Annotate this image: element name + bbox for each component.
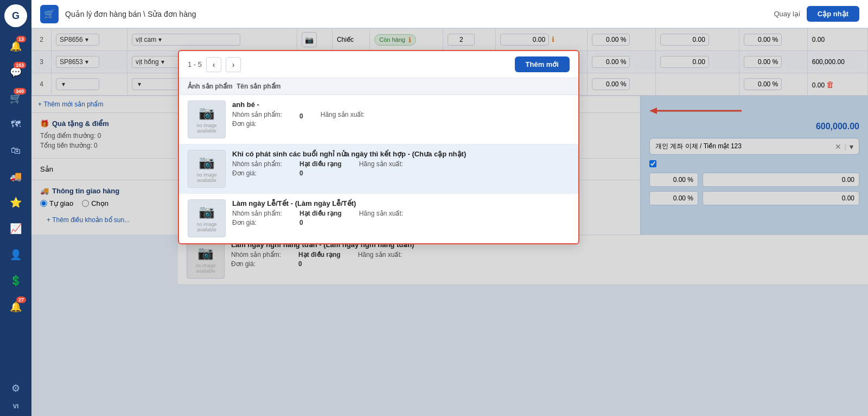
sidebar-item-messages[interactable]: 💬 163	[4, 61, 27, 84]
popup-add-button[interactable]: Thêm mới	[515, 56, 570, 72]
bell2-badge: 27	[16, 297, 26, 303]
notifications-badge: 13	[16, 36, 26, 42]
sidebar-item-dollar[interactable]: 💲	[4, 269, 27, 292]
popup-product-row[interactable]: 📷 no imageavailable Làm ngày Lễ/Tết - (L…	[179, 194, 578, 243]
product-info: Làm ngày Lễ/Tết - (Làm ngày Lễ/Tết) Nhóm…	[232, 199, 570, 226]
popup-pagination: 1 - 5 ‹ ›	[188, 57, 241, 72]
main-area: 🛒 Quản lý đơn hàng bán \ Sửa đơn hàng Qu…	[31, 0, 868, 416]
breadcrumb: Quản lý đơn hàng bán \ Sửa đơn hàng	[65, 10, 767, 18]
sidebar-item-delivery[interactable]: 🚚	[4, 165, 27, 188]
header: 🛒 Quản lý đơn hàng bán \ Sửa đơn hàng Qu…	[31, 0, 868, 28]
product-image-placeholder: 📷 no imageavailable	[188, 150, 226, 188]
popup-col-img: Ảnh sản phẩm	[188, 83, 237, 90]
sidebar-item-settings[interactable]: ⚙	[4, 377, 27, 400]
popup-next-btn[interactable]: ›	[226, 57, 241, 72]
back-button[interactable]: Quay lại	[774, 10, 800, 18]
header-icon: 🛒	[40, 5, 59, 23]
popup-products-list: 📷 no imageavailable anh bé - Nhóm sản ph…	[179, 95, 578, 243]
sidebar-item-orders[interactable]: 🛒 340	[4, 87, 27, 110]
product-name: Làm ngày Lễ/Tết - (Làm ngày Lễ/Tết)	[232, 199, 570, 207]
sidebar-logo[interactable]: G	[4, 4, 27, 27]
messages-badge: 163	[14, 62, 26, 68]
product-name: Khi có phát sinh các buổi nghỉ nửa ngày …	[232, 150, 570, 158]
product-search-popup-overlay: 1 - 5 ‹ › Thêm mới Ảnh sản phẩm Tên sản …	[31, 28, 868, 416]
product-search-popup: 1 - 5 ‹ › Thêm mới Ảnh sản phẩm Tên sản …	[178, 50, 579, 244]
popup-col-name: Tên sản phẩm	[237, 83, 570, 90]
sidebar-item-chart[interactable]: 📈	[4, 217, 27, 240]
sidebar-item-users[interactable]: 👤	[4, 243, 27, 266]
sidebar: G 🔔 13 💬 163 🛒 340 🗺 🛍 🚚 ⭐ 📈 👤 💲 🔔 27 ⚙ …	[0, 0, 31, 416]
product-image-placeholder: 📷 no imageavailable	[188, 100, 226, 138]
popup-product-row[interactable]: 📷 no imageavailable anh bé - Nhóm sản ph…	[179, 95, 578, 144]
sidebar-item-cart[interactable]: 🛍	[4, 139, 27, 162]
sidebar-item-notifications[interactable]: 🔔 13	[4, 35, 27, 58]
sidebar-item-map[interactable]: 🗺	[4, 113, 27, 136]
camera-icon: 📷	[199, 204, 215, 219]
product-name: anh bé -	[232, 100, 570, 109]
product-meta: Nhóm sản phẩm: Đơn giá: 0 Hãng sản xuất:	[232, 111, 570, 128]
popup-header: 1 - 5 ‹ › Thêm mới	[179, 51, 578, 78]
sidebar-item-bell2[interactable]: 🔔 27	[4, 295, 27, 318]
popup-column-headers: Ảnh sản phẩm Tên sản phẩm	[179, 78, 578, 95]
product-image-placeholder: 📷 no imageavailable	[188, 199, 226, 237]
product-info: anh bé - Nhóm sản phẩm: Đơn giá: 0	[232, 100, 570, 128]
sidebar-item-star[interactable]: ⭐	[4, 191, 27, 214]
popup-product-row[interactable]: 📷 no imageavailable Khi có phát sinh các…	[179, 144, 578, 194]
popup-prev-btn[interactable]: ‹	[206, 57, 221, 72]
sidebar-lang: VI	[13, 403, 18, 409]
product-info: Khi có phát sinh các buổi nghỉ nửa ngày …	[232, 150, 570, 177]
content-area: 2 SP8656 ▾ vịt cam ▾	[31, 28, 868, 416]
sidebar-bottom: ⚙ VI	[4, 377, 27, 416]
update-button[interactable]: Cập nhật	[807, 6, 859, 22]
product-meta: Nhóm sản phẩm: Đơn giá: Hạt điều rạng 0 …	[232, 160, 570, 177]
camera-icon: 📷	[199, 155, 215, 170]
orders-badge: 340	[14, 88, 26, 94]
product-meta: Nhóm sản phẩm: Đơn giá: Hạt điều rạng 0 …	[232, 210, 570, 226]
camera-icon: 📷	[199, 105, 215, 121]
